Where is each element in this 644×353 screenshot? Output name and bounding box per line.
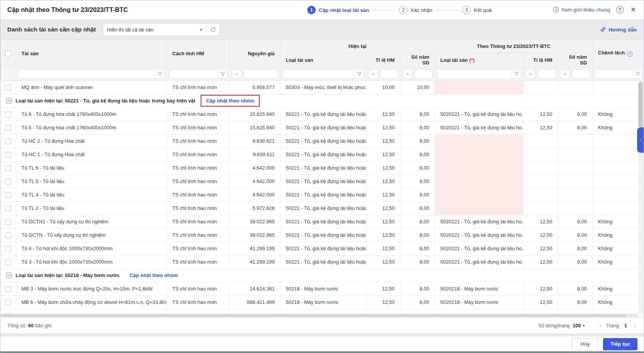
guide-link[interactable]: Hướng dẫn xyxy=(600,27,637,33)
col-hm-method: Cách tính HM xyxy=(167,40,230,67)
equals-operator-icon[interactable]: = xyxy=(232,69,242,79)
step-update-asset-type[interactable]: 1 Cập nhật loại tài sản xyxy=(307,6,369,14)
horizontal-scrollbar-thumb[interactable] xyxy=(1,314,626,317)
help-icon[interactable]: ? xyxy=(616,6,624,13)
equals-operator-icon[interactable]: = xyxy=(402,69,412,79)
refresh-button[interactable] xyxy=(206,23,220,36)
row-checkbox[interactable] xyxy=(5,125,11,131)
row-checkbox[interactable] xyxy=(5,179,11,185)
filter-funnel-icon[interactable] xyxy=(512,69,521,79)
row-checkbox[interactable] xyxy=(5,112,11,117)
step-2-label: Xác nhận xyxy=(410,7,432,13)
new-type-cell[interactable] xyxy=(435,201,524,215)
new-type-cell[interactable]: 5020221 - Tủ, giá kệ đựng tài liệu ho... xyxy=(435,242,524,255)
cancel-button[interactable]: Hủy xyxy=(572,338,598,350)
window-bottom-edge xyxy=(0,351,644,353)
row-checkbox[interactable] xyxy=(5,300,11,305)
table-row[interactable]: Tủ TL 4 - Tủ tài liệuTS chỉ tính hao mòn… xyxy=(1,188,644,201)
diff-info-icon[interactable]: i xyxy=(627,51,632,57)
new-type-cell[interactable]: 5020221 - Tủ, giá kệ đựng tài liệu ho... xyxy=(435,215,524,228)
table-row[interactable]: Tủ DCTN - Tủ sấy dụng cụ thí nghiệmTS ch… xyxy=(1,228,644,242)
update-by-group-link[interactable]: Cập nhật theo nhóm xyxy=(130,272,178,278)
filter-method-input[interactable] xyxy=(172,69,218,79)
step-result[interactable]: 3 Kết quả xyxy=(462,6,492,14)
row-checkbox[interactable] xyxy=(5,85,11,91)
row-checkbox[interactable] xyxy=(5,219,11,225)
equals-operator-icon[interactable]: = xyxy=(560,69,570,79)
new-type-cell[interactable]: 5020218 - Máy bơm nước xyxy=(435,295,524,309)
filter-funnel-icon[interactable] xyxy=(354,69,364,79)
equals-operator-icon[interactable]: = xyxy=(525,69,535,79)
new-type-cell[interactable] xyxy=(435,148,524,161)
row-checkbox[interactable] xyxy=(5,139,11,144)
new-type-cell[interactable]: 5020221 - Tủ, giá kệ đựng tài liệu ho... xyxy=(435,255,524,269)
filter-current-rate-input[interactable] xyxy=(383,69,398,79)
table-row[interactable]: Tủ 6 - Tủ đựng hóa chất 1760x400x1000mTS… xyxy=(1,107,644,121)
filter-current-years-input[interactable] xyxy=(417,69,432,79)
new-type-cell[interactable]: 5020221 - Tủ, giá kệ đựng tài liệu ho... xyxy=(435,107,524,121)
update-by-group-link[interactable]: Cập nhật theo nhóm xyxy=(206,98,254,104)
row-checkbox[interactable] xyxy=(5,206,11,211)
table-row[interactable]: Tủ HC 2 - Tủ đựng Hóa chấtTS chỉ tính ha… xyxy=(1,134,644,148)
filter-diff-input[interactable] xyxy=(598,69,633,79)
filter-current-type-input[interactable] xyxy=(285,69,354,79)
row-checkbox[interactable] xyxy=(5,259,11,265)
table-row[interactable]: Tủ 5 - Tủ đựng hóa chất 1760x400x1000mTS… xyxy=(1,121,644,134)
step-confirm[interactable]: 2 Xác nhận xyxy=(399,6,432,14)
new-type-cell[interactable]: 5020221 - Tủ, giá kệ đựng tài liệu ho... xyxy=(435,228,524,242)
new-type-cell[interactable] xyxy=(435,161,524,175)
current-type-cell: 50221 - Tủ, giá kệ đựng tài liệu hoặc... xyxy=(280,255,366,269)
collapse-minus-icon[interactable] xyxy=(6,272,12,278)
next-page-button[interactable]: › xyxy=(632,322,637,329)
filter-new-rate-input[interactable] xyxy=(540,69,555,79)
new-type-cell[interactable] xyxy=(435,175,524,188)
current-rate-cell: 12,50 xyxy=(366,242,400,255)
table-row[interactable]: MB 3 - Máy bơm nước trục đứng Q=2l/s, H=… xyxy=(1,282,644,295)
table-row[interactable]: Tủ HC 1 - Tủ đựng Hóa chấtTS chỉ tính ha… xyxy=(1,148,644,161)
table-row[interactable]: Tủ DCTN1 - Tủ sấy dụng cụ thí nghiệmTS c… xyxy=(1,215,644,228)
filter-new-type-input[interactable] xyxy=(440,69,512,79)
table-row[interactable]: Tủ TL 5 - Tủ tài liệuTS chỉ tính hao mòn… xyxy=(1,175,644,188)
table-row[interactable]: Tủ 4 - Tủ hút khí độc 1000x730x2000mmTS … xyxy=(1,242,644,255)
asset-filter-select[interactable]: Hiển thị tất cả tài sản ▾ xyxy=(103,23,206,36)
filter-cost-input[interactable] xyxy=(247,69,278,79)
horizontal-scrollbar-track[interactable] xyxy=(0,314,638,317)
original-cost-cell: 15.825.940 xyxy=(230,121,280,134)
guide-label: Hướng dẫn xyxy=(609,27,637,33)
current-type-cell: 50221 - Tủ, giá kệ đựng tài liệu hoặc... xyxy=(280,161,366,175)
row-checkbox[interactable] xyxy=(5,152,11,158)
row-checkbox[interactable] xyxy=(5,233,11,238)
filter-asset-input[interactable] xyxy=(21,69,155,79)
asset-name-cell: Tủ DCTN - Tủ sấy dụng cụ thí nghiệm xyxy=(16,228,167,242)
side-panel-toggle[interactable]: ‹ xyxy=(637,127,644,153)
filter-funnel-icon[interactable] xyxy=(155,69,164,79)
prev-page-button[interactable]: ‹ xyxy=(598,322,603,329)
table-row[interactable]: MB 6 - Máy bơm chữa cháy động cơ diezel … xyxy=(1,295,644,309)
page-size-select[interactable]: 100 ▾ xyxy=(573,323,585,328)
table-row[interactable]: Tủ TL 2 - Tủ tài liệuTS chỉ tính hao mòn… xyxy=(1,201,644,215)
new-type-cell[interactable] xyxy=(435,188,524,201)
row-checkbox[interactable] xyxy=(5,286,11,292)
filter-funnel-icon[interactable] xyxy=(633,69,642,79)
row-checkbox[interactable] xyxy=(5,165,11,171)
new-type-cell[interactable] xyxy=(435,81,524,94)
close-icon[interactable]: ✕ xyxy=(630,6,637,14)
current-rate-cell: 12,50 xyxy=(366,148,400,161)
table-row[interactable]: MQ ảnh - Máy quét ảnh scannerTS chỉ tính… xyxy=(1,81,644,94)
filter-new-years-input[interactable] xyxy=(575,69,590,79)
row-checkbox[interactable] xyxy=(5,246,11,252)
table-row[interactable]: Tủ TL 6 - Tủ tài liệuTS chỉ tính hao mòn… xyxy=(1,161,644,175)
continue-button[interactable]: Tiếp tục xyxy=(603,338,637,350)
table-row[interactable]: Tủ 3 - Tủ hút khí độc 1000x730x2000mmTS … xyxy=(1,255,644,269)
equals-operator-icon[interactable]: = xyxy=(368,69,378,79)
select-all-checkbox[interactable] xyxy=(5,51,11,56)
filter-funnel-icon[interactable] xyxy=(218,69,227,79)
row-checkbox[interactable] xyxy=(5,192,11,198)
new-type-cell[interactable]: 5020221 - Tủ, giá kệ đựng tài liệu ho... xyxy=(435,121,524,134)
view-intro-link[interactable]: i Xem giới thiệu chung xyxy=(553,7,610,13)
row-checkbox-cell xyxy=(1,107,16,121)
collapse-minus-icon[interactable] xyxy=(6,98,12,104)
vertical-scrollbar-thumb[interactable] xyxy=(638,82,643,128)
new-type-cell[interactable]: 5020218 - Máy bơm nước xyxy=(435,282,524,295)
new-type-cell[interactable] xyxy=(435,134,524,148)
